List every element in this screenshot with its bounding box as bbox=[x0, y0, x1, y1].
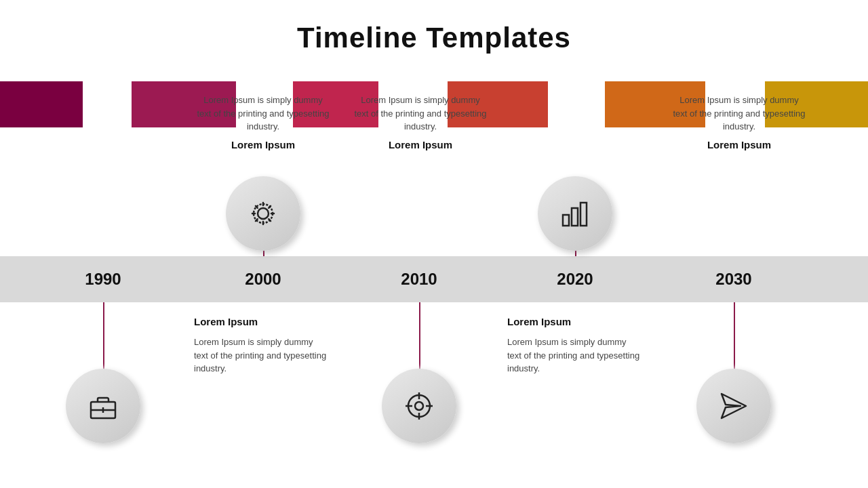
svg-point-0 bbox=[258, 208, 269, 219]
chart-icon bbox=[557, 196, 593, 231]
connector-bottom-1990 bbox=[103, 302, 104, 370]
top-desc-2030: Lorem Ipsum is simply dummy text of the … bbox=[671, 94, 807, 134]
bottom-label-2020: Lorem Ipsum bbox=[507, 316, 571, 327]
page-title: Timeline Templates bbox=[0, 0, 868, 54]
top-desc-2020: Lorem Ipsum is simply dummy text of the … bbox=[353, 94, 488, 134]
top-desc-2000: Lorem Ipsum is simply dummy text of the … bbox=[195, 94, 331, 134]
target-icon bbox=[401, 388, 437, 424]
top-label-2030: Lorem Ipsum bbox=[707, 139, 771, 150]
svg-rect-2 bbox=[563, 215, 569, 226]
circle-top-2000 bbox=[226, 176, 300, 251]
gear-icon bbox=[245, 196, 281, 231]
top-item-2000: Lorem Ipsum is simply dummy text of the … bbox=[195, 94, 331, 153]
top-item-2030: Lorem Ipsum is simply dummy text of the … bbox=[671, 94, 807, 153]
bottom-desc-2000: Lorem Ipsum is simply dummy text of the … bbox=[194, 336, 330, 375]
top-item-2020: Lorem Ipsum is simply dummy text of the … bbox=[353, 94, 488, 153]
briefcase-icon bbox=[85, 388, 121, 424]
bottom-desc-2020: Lorem Ipsum is simply dummy text of the … bbox=[507, 336, 643, 375]
year-1990: 1990 bbox=[76, 256, 130, 302]
year-2030: 2030 bbox=[707, 256, 761, 302]
circle-bottom-2010 bbox=[382, 369, 456, 443]
connector-bottom-2010 bbox=[419, 302, 420, 370]
timeline-container: 1990 2000 2010 2020 2030 Lorem Ipsum is … bbox=[0, 81, 868, 488]
connector-bottom-2030 bbox=[734, 302, 735, 370]
year-2020: 2020 bbox=[548, 256, 602, 302]
top-label-2020: Lorem Ipsum bbox=[389, 139, 452, 150]
bottom-item-2020: Lorem Ipsum Lorem Ipsum is simply dummy … bbox=[507, 316, 643, 375]
year-2000: 2000 bbox=[236, 256, 290, 302]
svg-marker-14 bbox=[722, 394, 746, 418]
year-2010: 2010 bbox=[392, 256, 446, 302]
bottom-item-2000: Lorem Ipsum Lorem Ipsum is simply dummy … bbox=[194, 316, 330, 375]
circle-bottom-2030 bbox=[696, 369, 771, 443]
svg-point-9 bbox=[415, 402, 423, 410]
color-block-1 bbox=[0, 81, 83, 127]
bottom-label-2000: Lorem Ipsum bbox=[194, 316, 258, 327]
send-icon bbox=[716, 388, 751, 424]
svg-rect-3 bbox=[572, 208, 578, 226]
svg-rect-4 bbox=[580, 203, 587, 226]
circle-bottom-1990 bbox=[66, 369, 140, 443]
circle-top-2020 bbox=[538, 176, 612, 251]
top-label-2000: Lorem Ipsum bbox=[231, 139, 295, 150]
